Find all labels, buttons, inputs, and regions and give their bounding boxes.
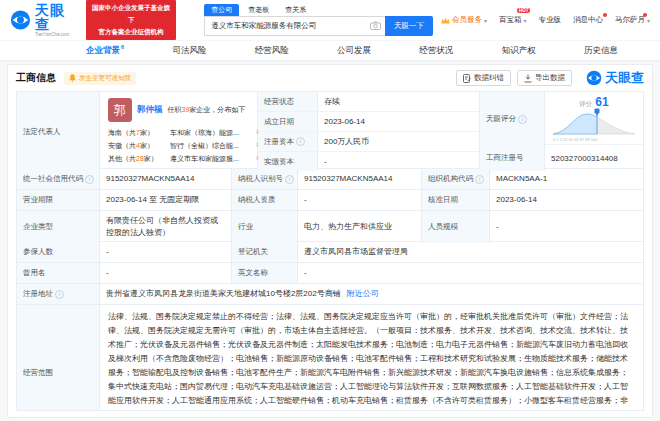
info-icon[interactable]: [55, 290, 64, 299]
distribution-row: 其他（共28家） 遵义市车和家能源服... 等: [108, 152, 249, 165]
value-credit-code: 91520327MACKN5AA14: [100, 169, 232, 189]
value-taxpayer-id: 91520327MACKN5AA14: [298, 169, 422, 189]
value-former-name: -: [100, 263, 232, 283]
table-row: 经营范围 法律、法规、国务院决定规定禁止的不得经营；法律、法规、国务院决定规定应…: [17, 305, 643, 411]
info-icon[interactable]: [85, 175, 94, 184]
label-registration-authority: 登记机关: [232, 242, 298, 262]
label-business-scope: 经营范围: [17, 305, 100, 411]
value-registration-authority: 遵义市凤冈县市场监督管理局: [298, 242, 643, 262]
label-legal-representative: 法定代表人: [17, 92, 100, 171]
tenure-post: 家企业，分布如下: [189, 106, 245, 113]
tianyancha-logo[interactable]: 天眼查 TianYanCha.com: [10, 3, 78, 38]
table-row: 工商注册号 520327000314408: [480, 145, 643, 171]
tab-operating-status[interactable]: 经营状况: [419, 45, 453, 57]
legal-representative-cell: 郭 郭仲福 任职39家企业，分布如下 海南（共7家） 车和家（琼海）能源... …: [100, 92, 258, 171]
menu-pro-version[interactable]: 专业版: [538, 15, 561, 25]
menu-toolbox-label: 百宝箱: [499, 15, 522, 25]
hot-badge: HOT: [517, 8, 531, 13]
cert-line-1: 国家中小企业发展子基金旗下: [91, 2, 172, 25]
top-header: 天眼查 TianYanCha.com 国家中小企业发展子基金旗下 官方备案企业征…: [0, 0, 660, 40]
logo-eye-icon: [10, 9, 31, 31]
score-axis-ticks: 0 1 3 10 50 65 87 98 100: [551, 137, 637, 142]
value-establish-date: 2023-06-14: [318, 112, 479, 131]
score-cell: 评分 61: [545, 92, 643, 146]
export-data-button[interactable]: 导出数据: [517, 70, 572, 86]
table-row: 营业期限 2023-06-14 至 无固定期限 纳税人资质 - 核准日期 202…: [17, 190, 643, 211]
tab-company-background[interactable]: 企业背景6: [86, 44, 124, 57]
table-row: 曾用名 - 英文名称 -: [17, 263, 643, 284]
cert-line-2: 官方备案企业征信机构: [91, 26, 172, 38]
logo-subtext: TianYanCha.com: [35, 33, 78, 38]
label-company-type: 企业类型: [17, 211, 100, 243]
label-establish-date: 成立日期: [258, 112, 318, 131]
value-taxpayer-qualification: -: [298, 190, 422, 210]
label-taxpayer-qualification: 纳税人资质: [232, 190, 298, 210]
bell-icon: [69, 74, 76, 82]
search-tab-company[interactable]: 查公司: [204, 4, 239, 16]
label-english-name: 英文名称: [232, 263, 298, 283]
score-sub-table: 天眼评分 评分 61: [480, 92, 643, 171]
search-input[interactable]: [204, 16, 385, 36]
label-credit-code: 统一社会信用代码: [17, 169, 100, 189]
value-registered-address: 贵州省遵义市凤冈县龙泉街道美家天地建材城10号楼2层202号商铺 附近公司: [100, 284, 643, 304]
table-row: 参保人数 - 登记机关 遵义市凤冈县市场监督管理局: [17, 242, 643, 263]
table-row: 注册地址 贵州省遵义市凤冈县龙泉街道美家天地建材城10号楼2层202号商铺 附近…: [17, 284, 643, 305]
info-icon[interactable]: [285, 175, 294, 184]
info-icon[interactable]: [475, 175, 484, 184]
tab-judicial-risk[interactable]: 司法风险: [172, 45, 206, 57]
change-notify-badge[interactable]: 发生变更可通知我: [64, 72, 136, 85]
tab-company-development[interactable]: 公司发展: [337, 45, 371, 57]
menu-toolbox[interactable]: HOT 百宝箱 ▾: [499, 15, 527, 25]
label-taxpayer-id: 纳税人识别号: [232, 169, 298, 189]
nearby-companies-link[interactable]: 附近公司: [347, 288, 379, 300]
dist-company-link[interactable]: 车和家（琼海）能源...: [170, 126, 256, 139]
search-button[interactable]: 天眼一下: [385, 16, 433, 36]
tianyancha-company-page: 天眼查 TianYanCha.com 国家中小企业发展子基金旗下 官方备案企业征…: [0, 0, 660, 421]
tab-operational-risk[interactable]: 经营风险: [255, 45, 289, 57]
table-row: 统一社会信用代码 91520327MACKN5AA14 纳税人识别号 91520…: [17, 169, 643, 190]
dist-company-link[interactable]: 遵义市车和家能源服...: [170, 152, 256, 165]
business-info-card: 工商信息 发生变更可通知我 数据纠错: [7, 64, 653, 418]
tab-intellectual-property[interactable]: 知识产权: [502, 45, 536, 57]
table-row: 注册资本 200万人民币: [258, 132, 479, 152]
watermark-text: 天眼查: [605, 69, 644, 87]
avatar[interactable]: 郭: [108, 98, 132, 122]
tab-history-info[interactable]: 历史信息: [584, 45, 618, 57]
table-row: 企业类型 有限责任公司（非自然人投资或控股的法人独资） 行业 电力、热力生产和供…: [17, 211, 643, 242]
label-former-name: 曾用名: [17, 263, 100, 283]
score-distribution-chart[interactable]: 评分 61: [547, 94, 641, 144]
tab-count: 6: [121, 44, 124, 50]
value-business-term: 2023-06-14 至 无固定期限: [100, 190, 232, 210]
top-right-menu: 会员服务 ▾ HOT 百宝箱 ▾ 专业版 消息中心 马尔萨月 ▾: [441, 15, 650, 25]
menu-message-center[interactable]: 消息中心: [573, 15, 603, 25]
status-sub-table: 经营状态 存续 成立日期 2023-06-14 注册资本 200万人民币 实缴资…: [258, 92, 480, 171]
search-tab-boss[interactable]: 查老板: [241, 4, 276, 16]
value-org-code: MACKN5AA-1: [490, 169, 643, 189]
user-account-menu[interactable]: 马尔萨月 ▾: [615, 15, 650, 25]
legal-representative-link[interactable]: 郭仲福: [137, 104, 163, 116]
dist-region: 其他（共28家）: [108, 152, 170, 165]
tab-label: 企业背景: [86, 45, 120, 55]
search-tab-relation[interactable]: 查关系: [278, 4, 313, 16]
table-row: 成立日期 2023-06-14: [258, 112, 479, 132]
export-data-label: 导出数据: [535, 73, 565, 83]
caret-down-icon: ▾: [484, 17, 487, 24]
label-registration-number: 工商注册号: [480, 145, 545, 171]
caret-down-icon: ▾: [523, 17, 526, 24]
value-approval-date: 2023-06-14: [490, 190, 643, 210]
label-industry: 行业: [232, 211, 298, 243]
panel-title: 工商信息: [16, 71, 56, 85]
menu-vip-services[interactable]: 会员服务 ▾: [441, 15, 487, 25]
info-icon[interactable]: [518, 115, 527, 124]
menu-messages-label: 消息中心: [573, 15, 603, 25]
data-correction-button[interactable]: 数据纠错: [456, 70, 511, 86]
camera-icon[interactable]: [370, 21, 381, 30]
value-english-name: -: [298, 263, 643, 283]
card-header-actions: 数据纠错 导出数据 天眼查: [456, 69, 644, 87]
table-row: 法定代表人 郭 郭仲福 任职39家企业，分布如下 海南（共7家） 车和家（琼海）…: [17, 92, 643, 169]
score-prefix: 评分: [579, 101, 592, 108]
dist-company-link[interactable]: 智行（全椒）综合能...: [170, 139, 256, 152]
card-header: 工商信息 发生变更可通知我 数据纠错: [8, 65, 652, 91]
info-icon[interactable]: [296, 137, 305, 146]
business-info-table: 法定代表人 郭 郭仲福 任职39家企业，分布如下 海南（共7家） 车和家（琼海）…: [16, 91, 644, 411]
